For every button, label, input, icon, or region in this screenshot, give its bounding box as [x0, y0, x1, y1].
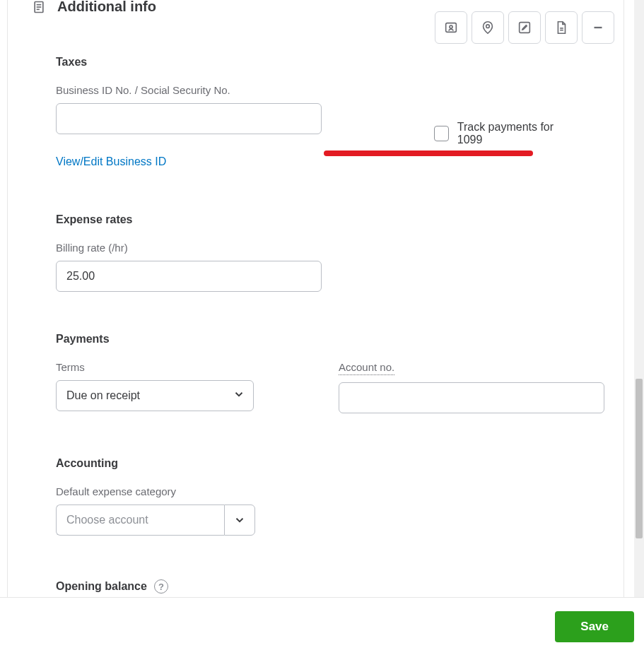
taxes-heading: Taxes — [56, 56, 575, 69]
scrollbar-thumb[interactable] — [636, 379, 643, 538]
location-pin-button[interactable] — [472, 11, 504, 44]
scrollbar-track[interactable] — [634, 0, 644, 597]
payments-heading: Payments — [56, 333, 575, 346]
track-1099-checkbox[interactable] — [434, 126, 449, 141]
terms-label: Terms — [56, 361, 254, 373]
annotation-highlight — [324, 151, 533, 156]
edit-note-button[interactable] — [508, 11, 541, 44]
panel-footer: Save — [0, 597, 644, 655]
save-button[interactable]: Save — [555, 611, 634, 642]
track-1099-label: Track payments for 1099 — [457, 121, 575, 146]
document-icon — [32, 0, 46, 14]
opening-balance-heading: Opening balance — [56, 580, 147, 593]
default-category-label: Default expense category — [56, 485, 575, 497]
terms-value: Due on receipt — [66, 389, 140, 402]
expense-rates-heading: Expense rates — [56, 213, 575, 226]
account-no-label: Account no. — [339, 361, 604, 375]
default-category-dropdown-button[interactable] — [224, 504, 255, 536]
svg-point-5 — [450, 25, 452, 28]
svg-rect-4 — [446, 23, 457, 33]
accounting-heading: Accounting — [56, 457, 575, 470]
terms-select[interactable]: Due on receipt — [56, 380, 254, 411]
section-title: Additional info — [57, 0, 156, 15]
view-edit-business-id-link[interactable]: View/Edit Business ID — [56, 155, 166, 168]
default-category-placeholder: Choose account — [66, 514, 148, 526]
business-id-label: Business ID No. / Social Security No. — [56, 84, 417, 96]
help-icon[interactable]: ? — [154, 579, 168, 594]
form-scroll-area: Additional info Taxes Business ID No. / … — [7, 0, 624, 597]
account-no-input[interactable] — [339, 382, 604, 413]
svg-point-6 — [486, 25, 490, 28]
billing-rate-input[interactable] — [56, 261, 322, 292]
contact-card-button[interactable] — [435, 11, 467, 44]
document-button[interactable] — [545, 11, 578, 44]
business-id-input[interactable] — [56, 103, 322, 134]
panel-toolbar — [435, 11, 614, 44]
billing-rate-label: Billing rate (/hr) — [56, 242, 575, 254]
default-category-select[interactable]: Choose account — [56, 504, 224, 536]
collapse-button[interactable] — [582, 11, 614, 44]
